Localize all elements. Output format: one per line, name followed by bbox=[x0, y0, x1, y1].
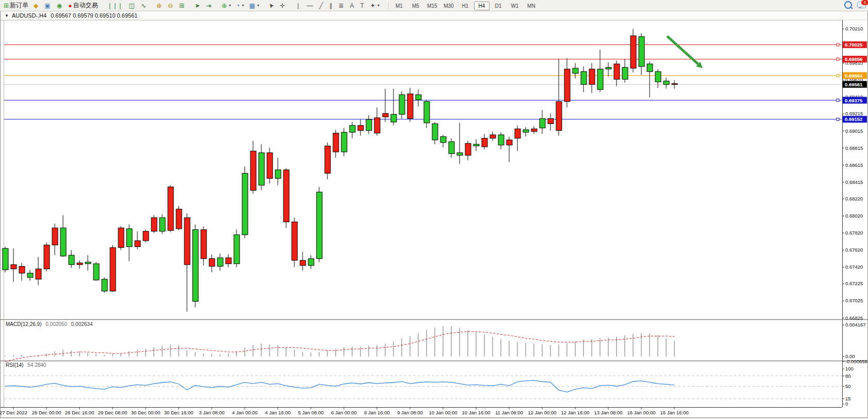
arrows-icon: ✦ bbox=[370, 3, 375, 9]
chart-ohlc-values: 0.69567 0.69579 0.69510 0.69561 bbox=[51, 12, 137, 19]
channel-button[interactable]: ∥ bbox=[327, 1, 335, 11]
trendline-button[interactable]: ╱ bbox=[317, 1, 326, 11]
text-label-button[interactable]: T bbox=[358, 1, 367, 11]
templates-button[interactable]: ▦▾ bbox=[247, 1, 261, 11]
cursor-button[interactable]: ➤ bbox=[266, 1, 277, 11]
macd-indicator-label: MACD(12,26,9) 0.002050 0.002634 bbox=[6, 321, 92, 327]
line-chart-button[interactable]: ∿ bbox=[139, 1, 149, 11]
zoom-in-icon: ⊕ bbox=[156, 3, 162, 9]
chevron-down-icon[interactable]: ▾ bbox=[377, 3, 380, 8]
new-order-button-label: 新订单 bbox=[10, 1, 28, 10]
trendline-icon: ╱ bbox=[319, 3, 323, 9]
timeframe-mn[interactable]: MN bbox=[524, 2, 539, 10]
tile-windows-button[interactable]: ⊞ bbox=[177, 1, 187, 11]
bar-chart-button[interactable]: ❘❘❘ bbox=[105, 1, 125, 11]
macd-name: MACD(12,26,9) bbox=[6, 321, 41, 327]
macd-signal-value: 0.002634 bbox=[71, 321, 93, 327]
crosshair-button[interactable]: ✛ bbox=[278, 1, 288, 11]
auto-scroll-button[interactable]: ➤ bbox=[193, 1, 203, 11]
vertical-line-icon: ❘ bbox=[295, 3, 301, 9]
fibonacci-button[interactable]: ≣ bbox=[336, 1, 346, 11]
timeframe-h4[interactable]: H4 bbox=[474, 2, 490, 10]
chart-shift-icon: ⇥ bbox=[206, 3, 211, 9]
rsi-value: 54.2840 bbox=[27, 362, 46, 368]
text-label-icon: T bbox=[360, 3, 364, 9]
chart-menu-caret-icon[interactable]: ▼ bbox=[5, 13, 9, 18]
indicators-icon: ⊕ bbox=[222, 3, 227, 9]
chart-symbol-period: AUDUSD-,H4 bbox=[12, 12, 46, 19]
periods-button[interactable]: ◔▾ bbox=[234, 1, 246, 11]
auto-trading-button-label: 自动交易 bbox=[73, 1, 98, 10]
indicators-button[interactable]: ⊕▾ bbox=[219, 1, 233, 11]
zoom-out-button[interactable]: ⊖ bbox=[166, 1, 176, 11]
line-chart-icon: ∿ bbox=[141, 3, 146, 9]
arrows-button[interactable]: ✦▾ bbox=[368, 1, 382, 11]
horizontal-line-icon: ― bbox=[307, 3, 313, 9]
terminal-button[interactable]: ◉ bbox=[55, 1, 65, 11]
chart-shift-button[interactable]: ⇥ bbox=[204, 1, 214, 11]
auto-trading-button[interactable]: ●自动交易 bbox=[66, 1, 100, 11]
timeframe-h1[interactable]: H1 bbox=[457, 2, 473, 10]
timeframe-d1[interactable]: D1 bbox=[491, 2, 506, 10]
chart-window[interactable] bbox=[0, 11, 868, 418]
macd-main-value: 0.002050 bbox=[45, 321, 67, 327]
template-icon: ▦ bbox=[249, 3, 255, 9]
channel-icon: ∥ bbox=[329, 3, 332, 9]
timeframe-m1[interactable]: M1 bbox=[391, 2, 407, 10]
timeframe-m30[interactable]: M30 bbox=[441, 2, 456, 10]
timeframe-w1[interactable]: W1 bbox=[507, 2, 523, 10]
timeframe-m5[interactable]: M5 bbox=[408, 2, 423, 10]
crosshair-icon: ✛ bbox=[280, 3, 285, 9]
auto-scroll-icon: ➤ bbox=[195, 3, 200, 9]
chevron-down-icon[interactable]: ▾ bbox=[229, 3, 231, 8]
tile-windows-icon: ⊞ bbox=[179, 3, 184, 9]
chevron-down-icon[interactable]: ▾ bbox=[242, 3, 244, 8]
chart-title-bar: ▼ AUDUSD-,H4 0.69567 0.69579 0.69510 0.6… bbox=[1, 11, 866, 20]
cursor-icon: ➤ bbox=[267, 2, 275, 9]
chevron-down-icon[interactable]: ▾ bbox=[257, 3, 259, 8]
navigator-button[interactable]: ▣ bbox=[42, 1, 53, 11]
zoom-in-button[interactable]: ⊕ bbox=[154, 1, 165, 11]
rsi-indicator-label: RSI(14) 54.2840 bbox=[6, 362, 46, 368]
navigator-icon: ▣ bbox=[44, 3, 50, 9]
toolbar-separator bbox=[388, 2, 389, 10]
terminal-icon: ◉ bbox=[57, 3, 62, 9]
clock-icon: ◔ bbox=[236, 3, 240, 9]
search-icon[interactable] bbox=[844, 1, 852, 9]
horizontal-line-button[interactable]: ― bbox=[305, 1, 316, 11]
zoom-out-icon: ⊖ bbox=[168, 3, 173, 9]
marketwatch-icon: ◆ bbox=[34, 3, 38, 9]
new-order-icon: ⊞ bbox=[4, 3, 9, 9]
rsi-name: RSI(14) bbox=[6, 362, 23, 368]
timeframe-m15[interactable]: M15 bbox=[424, 2, 440, 10]
notification-badge: 1 bbox=[861, 0, 868, 5]
notifications-icon[interactable]: 1 bbox=[857, 2, 866, 8]
text-button[interactable]: A bbox=[348, 1, 357, 11]
fibonacci-icon: ≣ bbox=[338, 3, 343, 9]
marketwatch-button[interactable]: ◆ bbox=[31, 1, 41, 11]
candlestick-chart-button[interactable]: ◫ bbox=[127, 1, 138, 11]
main-toolbar: ⊞新订单◆▣◉●自动交易❘❘❘◫∿⊕⊖⊞➤⇥⊕▾◔▾▦▾➤✛❘―╱∥≣AT✦▾ … bbox=[0, 0, 868, 11]
text-icon: A bbox=[350, 3, 354, 9]
candlestick-icon: ◫ bbox=[129, 3, 135, 9]
bar-chart-icon: ❘❘❘ bbox=[107, 3, 122, 9]
vertical-line-button[interactable]: ❘ bbox=[293, 1, 304, 11]
new-order-button[interactable]: ⊞新订单 bbox=[2, 1, 30, 11]
autotrading-icon: ● bbox=[68, 3, 72, 9]
